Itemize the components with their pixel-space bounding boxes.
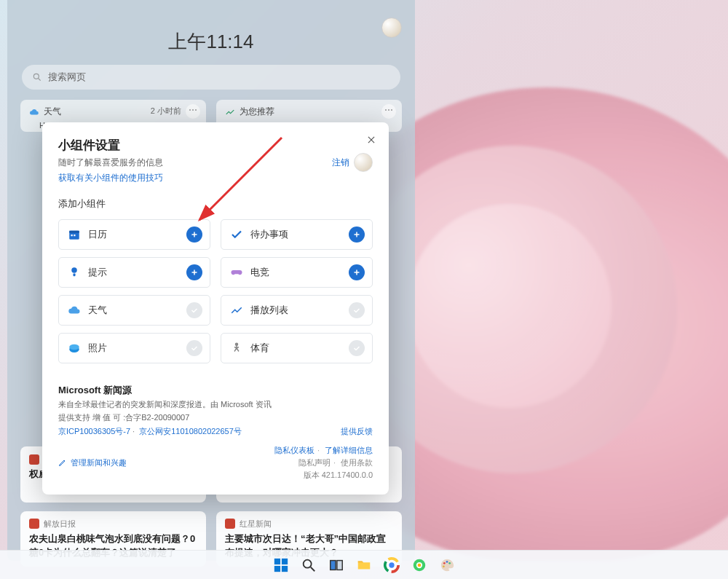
detail-info-link[interactable]: 了解详细信息 bbox=[325, 446, 373, 454]
search-input[interactable]: 搜索网页 bbox=[22, 65, 400, 90]
add-widget-button[interactable] bbox=[349, 227, 365, 243]
taskbar-search[interactable] bbox=[299, 556, 318, 575]
widget-label: 提示 bbox=[88, 266, 179, 279]
feedback-link[interactable]: 提供反馈 bbox=[341, 426, 373, 437]
privacy-dashboard-link[interactable]: 隐私仪表板 bbox=[274, 446, 314, 454]
folder-icon bbox=[356, 557, 372, 573]
svg-line-27 bbox=[311, 567, 315, 571]
svg-rect-22 bbox=[274, 558, 280, 564]
task-view-button[interactable] bbox=[327, 556, 346, 575]
add-widget-button[interactable] bbox=[349, 264, 365, 280]
source-icon bbox=[225, 519, 235, 529]
svg-point-20 bbox=[236, 343, 238, 345]
widget-label: 体育 bbox=[250, 342, 341, 355]
paint-button[interactable] bbox=[438, 556, 456, 575]
widget-label: 天气 bbox=[88, 304, 179, 317]
taskbar bbox=[0, 550, 728, 579]
svg-rect-23 bbox=[282, 558, 288, 564]
add-widgets-label: 添加小组件 bbox=[58, 197, 373, 210]
svg-point-41 bbox=[443, 565, 445, 567]
close-icon bbox=[366, 135, 376, 145]
clock: 上午11:14 bbox=[20, 29, 402, 55]
task-view-icon bbox=[328, 557, 344, 573]
version-text: 版本 421.17400.0.0 bbox=[274, 469, 373, 481]
svg-rect-29 bbox=[337, 560, 342, 570]
icp1-link[interactable]: 京ICP10036305号-7 bbox=[58, 427, 130, 436]
windows-icon bbox=[273, 557, 289, 573]
widget-label: 日历 bbox=[88, 228, 179, 241]
chrome-button[interactable] bbox=[382, 556, 401, 575]
svg-point-39 bbox=[446, 561, 448, 563]
avatar-small[interactable] bbox=[354, 153, 373, 172]
signout-link[interactable]: 注销 bbox=[332, 157, 349, 169]
widget-option-photos[interactable]: 照片 bbox=[58, 333, 210, 363]
widget-option-todo[interactable]: 待办事项 bbox=[221, 219, 373, 250]
search-icon bbox=[32, 72, 42, 82]
widget-label: 电竞 bbox=[250, 266, 341, 279]
svg-rect-7 bbox=[74, 235, 75, 236]
file-explorer-button[interactable] bbox=[355, 556, 373, 575]
svg-rect-5 bbox=[69, 231, 79, 233]
playlist-icon bbox=[230, 304, 243, 317]
modal-title: 小组件设置 bbox=[58, 137, 163, 154]
search-placeholder: 搜索网页 bbox=[48, 71, 86, 84]
globe-icon bbox=[411, 557, 427, 573]
tips-link[interactable]: 获取有关小组件的使用技巧 bbox=[58, 172, 163, 184]
search-icon bbox=[301, 557, 317, 573]
widget-label: 照片 bbox=[88, 342, 179, 355]
cloud-icon bbox=[29, 107, 39, 117]
widget-label: 待办事项 bbox=[250, 228, 341, 241]
svg-rect-28 bbox=[331, 560, 336, 570]
widget-added-indicator bbox=[186, 340, 202, 356]
start-button[interactable] bbox=[272, 556, 290, 575]
news-source-title: Microsoft 新闻源 bbox=[58, 384, 373, 397]
widget-option-esports[interactable]: 电竞 bbox=[221, 257, 373, 288]
pencil-icon bbox=[58, 458, 67, 467]
add-widget-button[interactable] bbox=[186, 264, 202, 280]
svg-point-26 bbox=[304, 559, 312, 567]
widget-option-playlist[interactable]: 播放列表 bbox=[221, 295, 373, 326]
svg-point-19 bbox=[69, 344, 79, 350]
svg-rect-24 bbox=[274, 565, 280, 571]
source-icon bbox=[29, 519, 39, 529]
widget-option-tips[interactable]: 提示 bbox=[58, 257, 210, 288]
widget-added-indicator bbox=[349, 340, 365, 356]
svg-point-38 bbox=[443, 562, 446, 564]
browser360-button[interactable] bbox=[410, 556, 429, 575]
esports-icon bbox=[230, 266, 243, 279]
svg-point-40 bbox=[448, 562, 451, 564]
widget-option-sports[interactable]: 体育 bbox=[221, 333, 373, 363]
weather-icon bbox=[68, 304, 81, 317]
more-icon[interactable]: ⋯ bbox=[381, 104, 396, 119]
todo-icon bbox=[230, 228, 243, 241]
close-button[interactable] bbox=[364, 133, 379, 147]
more-icon[interactable]: ⋯ bbox=[186, 104, 200, 119]
widget-label: 播放列表 bbox=[250, 304, 341, 317]
terms: 使用条款 bbox=[341, 458, 373, 467]
calendar-icon bbox=[68, 228, 81, 241]
tips-icon bbox=[68, 266, 81, 279]
trend-icon bbox=[225, 107, 235, 117]
weather-time: 2 小时前 bbox=[151, 106, 181, 117]
photos-icon bbox=[68, 342, 81, 355]
modal-subtitle: 随时了解最喜爱服务的信息 bbox=[58, 157, 163, 169]
source-icon bbox=[29, 454, 39, 465]
svg-rect-25 bbox=[282, 565, 288, 571]
widget-option-weather[interactable]: 天气 bbox=[58, 295, 210, 326]
avatar[interactable] bbox=[381, 17, 402, 38]
manage-news-link[interactable]: 管理新闻和兴趣 bbox=[58, 444, 127, 481]
svg-rect-13 bbox=[74, 274, 76, 277]
svg-point-12 bbox=[71, 267, 77, 273]
icp2-link[interactable]: 京公网安11010802022657号 bbox=[139, 427, 242, 436]
privacy-statement: 隐私声明 bbox=[298, 458, 331, 467]
news-source-desc2: 提供支持 增 值 可 :合字B2-20090007 bbox=[58, 412, 373, 423]
widget-option-calendar[interactable]: 日历 bbox=[58, 219, 210, 250]
palette-icon bbox=[439, 557, 455, 573]
widget-added-indicator bbox=[186, 302, 202, 318]
widget-settings-modal: 小组件设置 随时了解最喜爱服务的信息 获取有关小组件的使用技巧 注销 添加小组件… bbox=[42, 122, 389, 495]
add-widget-button[interactable] bbox=[186, 227, 202, 243]
chrome-icon bbox=[384, 557, 400, 573]
svg-point-37 bbox=[418, 563, 422, 567]
news-source-desc1: 来自全球最佳记者的突发新闻和深度报道。由 Microsoft 资讯 bbox=[58, 399, 373, 410]
svg-rect-6 bbox=[71, 235, 73, 236]
